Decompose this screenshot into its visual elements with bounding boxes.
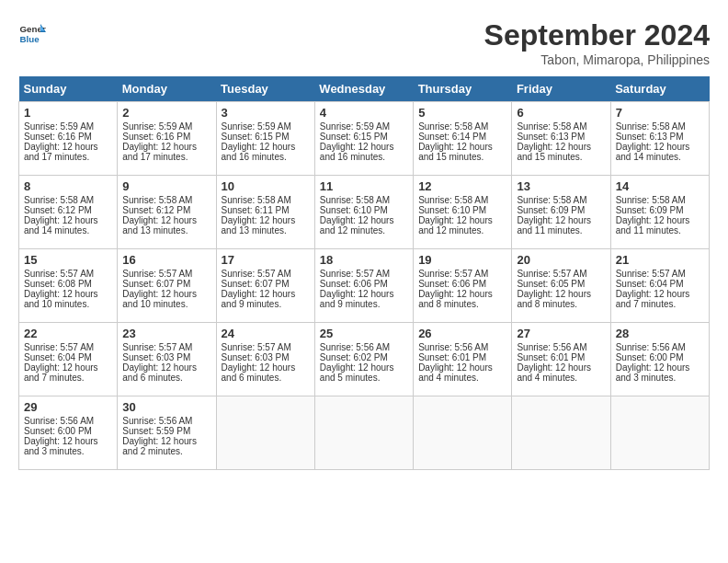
sunrise-text: Sunrise: 5:57 AM [222,269,291,279]
day-number: 19 [418,253,506,267]
calendar-cell: 13Sunrise: 5:58 AMSunset: 6:09 PMDayligh… [512,176,610,249]
sunrise-text: Sunrise: 5:57 AM [222,342,291,352]
sunrise-text: Sunrise: 5:58 AM [616,121,686,132]
daylight-text: Daylight: 12 hours and 15 minutes. [517,142,591,162]
calendar-cell: 20Sunrise: 5:57 AMSunset: 6:05 PMDayligh… [512,249,610,323]
day-number: 30 [122,400,210,414]
daylight-text: Daylight: 12 hours and 16 minutes. [222,142,296,162]
sunrise-text: Sunrise: 5:57 AM [24,269,94,279]
sunrise-text: Sunrise: 5:56 AM [122,416,192,426]
calendar-cell: 1Sunrise: 5:59 AMSunset: 6:16 PMDaylight… [19,102,118,176]
daylight-text: Daylight: 12 hours and 7 minutes. [616,289,690,309]
calendar-cell: 23Sunrise: 5:57 AMSunset: 6:03 PMDayligh… [118,323,216,396]
daylight-text: Daylight: 12 hours and 17 minutes. [24,142,98,162]
daylight-text: Daylight: 12 hours and 8 minutes. [418,289,493,309]
sunrise-text: Sunrise: 5:58 AM [418,195,488,205]
sunset-text: Sunset: 6:06 PM [418,279,486,289]
col-header-tuesday: Tuesday [216,76,314,102]
calendar-cell: 2Sunrise: 5:59 AMSunset: 6:16 PMDaylight… [118,102,216,176]
col-header-friday: Friday [512,76,610,102]
daylight-text: Daylight: 12 hours and 14 minutes. [24,215,98,236]
sunrise-text: Sunrise: 5:58 AM [517,121,586,132]
day-number: 5 [418,106,506,120]
day-number: 1 [24,106,112,120]
sunrise-text: Sunrise: 5:57 AM [122,342,192,352]
sunrise-text: Sunrise: 5:58 AM [24,195,94,205]
day-number: 14 [616,179,704,193]
calendar-cell: 29Sunrise: 5:56 AMSunset: 6:00 PMDayligh… [19,396,118,470]
daylight-text: Daylight: 12 hours and 9 minutes. [222,289,296,309]
daylight-text: Daylight: 12 hours and 4 minutes. [517,362,591,383]
sunset-text: Sunset: 6:02 PM [320,352,388,362]
day-number: 25 [320,327,408,340]
calendar-cell [512,396,610,470]
sunrise-text: Sunrise: 5:56 AM [24,416,94,426]
daylight-text: Daylight: 12 hours and 10 minutes. [122,289,197,309]
day-number: 12 [418,179,506,193]
sunset-text: Sunset: 6:12 PM [24,205,92,215]
sunset-text: Sunset: 6:07 PM [122,279,190,289]
sunrise-text: Sunrise: 5:59 AM [320,121,390,132]
calendar-cell: 22Sunrise: 5:57 AMSunset: 6:04 PMDayligh… [19,323,118,396]
calendar-cell: 5Sunrise: 5:58 AMSunset: 6:14 PMDaylight… [414,102,512,176]
calendar-cell: 9Sunrise: 5:58 AMSunset: 6:12 PMDaylight… [118,176,216,249]
logo: General Blue [18,18,46,46]
day-number: 15 [24,253,112,267]
sunrise-text: Sunrise: 5:57 AM [122,269,192,279]
day-number: 4 [320,106,408,120]
daylight-text: Daylight: 12 hours and 9 minutes. [320,289,394,309]
day-number: 17 [222,253,310,267]
calendar-cell: 18Sunrise: 5:57 AMSunset: 6:06 PMDayligh… [314,249,413,323]
calendar-cell: 27Sunrise: 5:56 AMSunset: 6:01 PMDayligh… [512,323,610,396]
sunrise-text: Sunrise: 5:59 AM [24,121,94,132]
calendar-cell: 11Sunrise: 5:58 AMSunset: 6:10 PMDayligh… [314,176,413,249]
sunrise-text: Sunrise: 5:58 AM [320,195,390,205]
title-area: September 2024 Tabon, Mimaropa, Philippi… [484,18,710,67]
sunset-text: Sunset: 6:01 PM [517,352,585,362]
calendar-cell: 15Sunrise: 5:57 AMSunset: 6:08 PMDayligh… [19,249,118,323]
sunset-text: Sunset: 6:03 PM [122,352,190,362]
day-number: 9 [122,179,210,193]
page-title: September 2024 [484,18,710,52]
daylight-text: Daylight: 12 hours and 6 minutes. [122,362,197,383]
daylight-text: Daylight: 12 hours and 12 minutes. [418,215,493,236]
sunset-text: Sunset: 6:15 PM [320,132,388,142]
calendar-cell: 19Sunrise: 5:57 AMSunset: 6:06 PMDayligh… [414,249,512,323]
daylight-text: Daylight: 12 hours and 5 minutes. [320,362,394,383]
daylight-text: Daylight: 12 hours and 17 minutes. [122,142,197,162]
day-number: 7 [616,106,704,120]
daylight-text: Daylight: 12 hours and 2 minutes. [122,436,197,456]
sunset-text: Sunset: 6:04 PM [616,279,684,289]
calendar-cell: 16Sunrise: 5:57 AMSunset: 6:07 PMDayligh… [118,249,216,323]
calendar-cell: 7Sunrise: 5:58 AMSunset: 6:13 PMDaylight… [610,102,709,176]
calendar-cell: 26Sunrise: 5:56 AMSunset: 6:01 PMDayligh… [414,323,512,396]
daylight-text: Daylight: 12 hours and 8 minutes. [517,289,591,309]
col-header-sunday: Sunday [19,76,118,102]
sunset-text: Sunset: 6:11 PM [222,205,290,215]
calendar-cell: 12Sunrise: 5:58 AMSunset: 6:10 PMDayligh… [414,176,512,249]
daylight-text: Daylight: 12 hours and 11 minutes. [517,215,591,236]
calendar-cell: 4Sunrise: 5:59 AMSunset: 6:15 PMDaylight… [314,102,413,176]
sunrise-text: Sunrise: 5:58 AM [517,195,586,205]
daylight-text: Daylight: 12 hours and 15 minutes. [418,142,493,162]
sunrise-text: Sunrise: 5:58 AM [122,195,192,205]
calendar-cell: 8Sunrise: 5:58 AMSunset: 6:12 PMDaylight… [19,176,118,249]
calendar-table: SundayMondayTuesdayWednesdayThursdayFrid… [18,76,710,470]
sunset-text: Sunset: 6:09 PM [616,205,684,215]
sunrise-text: Sunrise: 5:56 AM [320,342,390,352]
sunrise-text: Sunrise: 5:57 AM [616,269,686,279]
sunrise-text: Sunrise: 5:59 AM [122,121,192,132]
daylight-text: Daylight: 12 hours and 6 minutes. [222,362,296,383]
sunrise-text: Sunrise: 5:56 AM [616,342,686,352]
sunset-text: Sunset: 6:12 PM [122,205,190,215]
day-number: 22 [24,327,112,340]
daylight-text: Daylight: 12 hours and 3 minutes. [616,362,690,383]
day-number: 27 [517,327,605,340]
calendar-cell [216,396,314,470]
day-number: 24 [222,327,310,340]
sunrise-text: Sunrise: 5:58 AM [222,195,291,205]
day-number: 28 [616,327,704,340]
col-header-thursday: Thursday [414,76,512,102]
week-row: 15Sunrise: 5:57 AMSunset: 6:08 PMDayligh… [19,249,710,323]
daylight-text: Daylight: 12 hours and 12 minutes. [320,215,394,236]
